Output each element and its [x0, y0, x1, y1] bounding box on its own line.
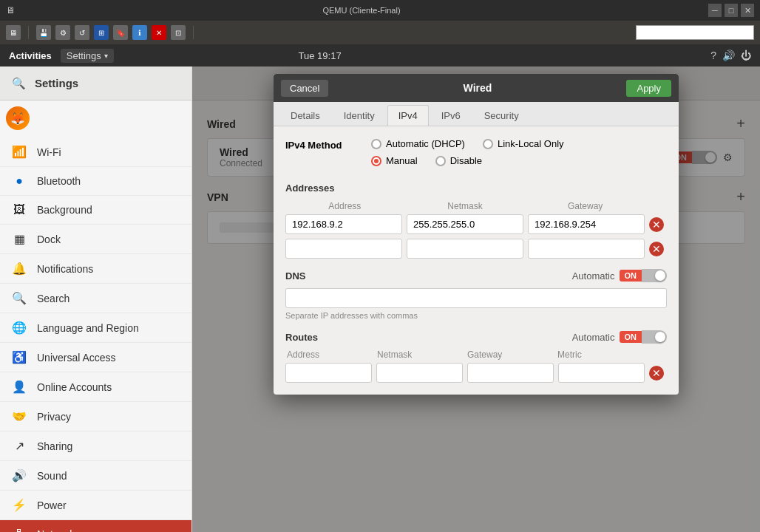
dns-label: DNS [285, 270, 305, 282]
sidebar-title: Settings [35, 77, 78, 89]
maximize-button[interactable]: □ [725, 4, 738, 17]
method-options: Automatic (DHCP) Link-Local Only [371, 138, 564, 172]
tab-identity[interactable]: Identity [333, 105, 386, 126]
taskbar-icon-8[interactable]: ⊡ [171, 25, 186, 40]
route-address-input[interactable] [285, 363, 372, 383]
routes-col-address: Address [287, 349, 373, 360]
main-area: 🔍 Settings 🦊 📶 Wi-Fi ● Bluetooth 🖼 Backg… [0, 66, 760, 532]
bluetooth-icon: ● [12, 174, 27, 188]
dns-toggle-slider[interactable] [642, 269, 667, 282]
sidebar-item-wifi[interactable]: 📶 Wi-Fi [0, 137, 191, 167]
sidebar-item-universal[interactable]: ♿ Universal Access [0, 343, 191, 372]
cancel-button[interactable]: Cancel [281, 80, 328, 97]
settings-menu[interactable]: Settings ▾ [61, 49, 114, 63]
netmask-input-2[interactable] [407, 239, 523, 259]
address-row-2: ✕ [285, 239, 667, 259]
sidebar-item-sharing[interactable]: ↗ Sharing [0, 432, 191, 461]
sidebar-item-background[interactable]: 🖼 Background [0, 196, 191, 225]
sidebar-label-bluetooth: Bluetooth [37, 175, 81, 187]
routes-columns-header: Address Netmask Gateway Metric [285, 349, 667, 360]
activities-button[interactable]: Activities [9, 50, 52, 61]
radio-disable[interactable]: Disable [435, 155, 482, 166]
routes-on-toggle[interactable]: ON [620, 330, 668, 344]
wired-settings-modal: Cancel Wired Apply Details Identity IPv4… [274, 74, 679, 395]
dns-automatic-label: Automatic [572, 270, 615, 282]
sidebar-label-wifi: Wi-Fi [37, 146, 61, 158]
routes-header-row: Routes Automatic ON [285, 330, 667, 344]
modal-titlebar: Cancel Wired Apply [274, 74, 679, 102]
sidebar-label-language: Language and Region [37, 322, 139, 334]
volume-icon[interactable]: 🔊 [722, 50, 735, 61]
firefox-icon: 🦊 [6, 106, 30, 130]
tab-details[interactable]: Details [279, 105, 331, 126]
route-gateway-input[interactable] [467, 363, 554, 383]
minimize-button[interactable]: ─ [708, 4, 722, 17]
sidebar-label-network: Network [37, 528, 75, 532]
radio-linklocal[interactable]: Link-Local Only [483, 138, 564, 149]
taskbar-icon-6[interactable]: ℹ [132, 25, 147, 40]
sidebar-item-sound[interactable]: 🔊 Sound [0, 461, 191, 491]
sidebar-label-background: Background [37, 204, 92, 216]
radio-manual[interactable]: Manual [371, 155, 418, 166]
sidebar-item-search[interactable]: 🔍 Search [0, 284, 191, 313]
radio-disable-circle [435, 156, 446, 166]
power-icon[interactable]: ⏻ [741, 50, 751, 61]
remove-address-1-button[interactable]: ✕ [649, 217, 664, 232]
address-input-2[interactable] [285, 239, 402, 259]
sidebar-item-network[interactable]: 🖧 Network [0, 520, 191, 532]
addresses-header: Address Netmask Gateway [285, 201, 667, 211]
dns-hint: Separate IP addresses with commas [285, 311, 667, 320]
universal-icon: ♿ [12, 350, 27, 364]
tab-security[interactable]: Security [473, 105, 530, 126]
apply-button[interactable]: Apply [626, 80, 671, 97]
radio-dhcp[interactable]: Automatic (DHCP) [371, 138, 465, 149]
remove-address-2-button[interactable]: ✕ [649, 242, 664, 256]
routes-col-netmask: Netmask [377, 349, 463, 360]
taskbar-sep-2 [193, 26, 194, 39]
netmask-input-1[interactable] [407, 214, 523, 234]
titlebar: 🖥 QEMU (Cliente-Final) ─ □ ✕ [0, 0, 760, 21]
sidebar-item-bluetooth[interactable]: ● Bluetooth [0, 167, 191, 196]
radio-dhcp-circle [371, 139, 381, 149]
remove-route-button[interactable]: ✕ [649, 366, 664, 381]
sidebar-item-privacy[interactable]: 🤝 Privacy [0, 402, 191, 432]
system-tray: ? 🔊 ⏻ [710, 50, 751, 61]
gateway-input-2[interactable] [528, 239, 645, 259]
modal-overlay: Cancel Wired Apply Details Identity IPv4… [192, 66, 760, 532]
taskbar-icon-5[interactable]: 🔖 [113, 25, 128, 40]
ipv4-method-label: IPv4 Method [285, 138, 359, 151]
accessibility-icon[interactable]: ? [710, 50, 716, 61]
taskbar-search-input[interactable] [636, 25, 754, 40]
sidebar-item-dock[interactable]: ▦ Dock [0, 225, 191, 254]
taskbar-icon-2[interactable]: ⚙ [55, 25, 70, 40]
method-row-1: Automatic (DHCP) Link-Local Only [371, 138, 564, 149]
notifications-icon: 🔔 [12, 262, 27, 276]
privacy-icon: 🤝 [12, 409, 27, 423]
dns-toggle-knob [655, 270, 665, 281]
method-row-2: Manual Disable [371, 155, 564, 166]
taskbar-icon-7[interactable]: ✕ [152, 25, 166, 40]
taskbar-icon-3[interactable]: ↺ [75, 25, 89, 40]
routes-toggle-slider[interactable] [642, 330, 667, 344]
taskbar-icon-4[interactable]: ⊞ [94, 25, 109, 40]
sidebar-item-notifications[interactable]: 🔔 Notifications [0, 254, 191, 284]
sidebar-item-language[interactable]: 🌐 Language and Region [0, 313, 191, 343]
taskbar-icon-1[interactable]: 💾 [36, 25, 51, 40]
sidebar-label-dock: Dock [37, 233, 61, 245]
dns-input[interactable] [285, 288, 667, 308]
tab-ipv6[interactable]: IPv6 [430, 105, 472, 126]
ipv4-method-section: IPv4 Method Automatic (DHCP) Link-Local … [285, 138, 667, 172]
sidebar: 🔍 Settings 🦊 📶 Wi-Fi ● Bluetooth 🖼 Backg… [0, 66, 192, 532]
sidebar-item-power[interactable]: ⚡ Power [0, 491, 191, 520]
route-netmask-input[interactable] [376, 363, 463, 383]
sidebar-label-universal: Universal Access [37, 352, 116, 364]
route-metric-input[interactable] [558, 363, 645, 383]
close-button[interactable]: ✕ [741, 4, 754, 17]
taskbar-icon-0[interactable]: 🖥 [6, 25, 21, 40]
gateway-input-1[interactable] [528, 214, 645, 234]
sidebar-item-online-accounts[interactable]: 👤 Online Accounts [0, 372, 191, 402]
tab-ipv4[interactable]: IPv4 [387, 105, 429, 126]
dns-on-toggle[interactable]: ON [620, 269, 668, 282]
address-input-1[interactable] [285, 214, 402, 234]
sidebar-label-online-accounts: Online Accounts [37, 381, 112, 393]
